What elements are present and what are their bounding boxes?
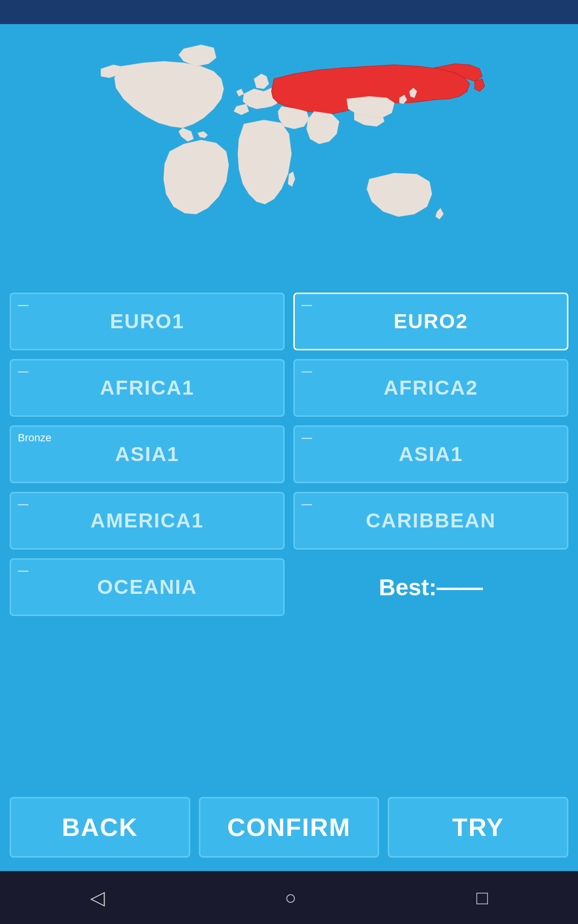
option-africa1-label: AFRICA1 <box>16 376 278 399</box>
option-asia1a-label: ASIA1 <box>16 443 278 466</box>
map-container <box>0 24 578 284</box>
option-africa1-badge: — <box>18 365 28 378</box>
option-euro2-badge: — <box>302 299 312 311</box>
option-asia1b-badge: — <box>302 432 312 444</box>
option-america1-badge: — <box>18 498 28 511</box>
nav-back-icon[interactable]: ◁ <box>90 886 105 909</box>
option-euro2[interactable]: — EURO2 <box>293 293 568 350</box>
nav-bar: ◁ ○ □ <box>0 871 578 924</box>
option-america1-label: AMERICA1 <box>16 509 278 532</box>
option-euro1[interactable]: — EURO1 <box>10 293 285 350</box>
confirm-button[interactable]: CONFIRM <box>199 797 380 858</box>
best-score: Best:—— <box>293 558 568 616</box>
action-row: BACK CONFIRM TRY <box>0 783 578 871</box>
option-euro1-label: EURO1 <box>16 310 278 333</box>
option-caribbean-badge: — <box>302 498 312 511</box>
option-america1[interactable]: — AMERICA1 <box>10 492 285 550</box>
world-map <box>10 34 568 274</box>
option-africa2[interactable]: — AFRICA2 <box>293 359 568 417</box>
best-score-label: Best:—— <box>379 574 483 601</box>
option-euro2-label: EURO2 <box>300 310 562 333</box>
option-asia1b[interactable]: — ASIA1 <box>293 425 568 483</box>
back-button[interactable]: BACK <box>10 797 190 858</box>
try-button[interactable]: TRY <box>388 797 568 858</box>
option-euro1-badge: — <box>18 299 28 311</box>
nav-home-icon[interactable]: ○ <box>285 887 296 909</box>
option-oceania[interactable]: — OCEANIA <box>10 558 285 616</box>
status-bar <box>0 0 578 24</box>
options-grid: — EURO1 — EURO2 — AFRICA1 — AFRICA2 Bron… <box>0 284 578 558</box>
nav-recent-icon[interactable]: □ <box>476 887 488 909</box>
bottom-row: — OCEANIA Best:—— <box>0 558 578 616</box>
option-caribbean-label: CARIBBEAN <box>300 509 562 532</box>
option-africa1[interactable]: — AFRICA1 <box>10 359 285 417</box>
option-asia1a[interactable]: Bronze ASIA1 <box>10 425 285 483</box>
option-africa2-label: AFRICA2 <box>300 376 562 399</box>
option-oceania-badge: — <box>18 565 28 577</box>
option-asia1a-badge: Bronze <box>18 432 52 444</box>
option-asia1b-label: ASIA1 <box>300 443 562 466</box>
option-africa2-badge: — <box>302 365 312 378</box>
option-caribbean[interactable]: — CARIBBEAN <box>293 492 568 550</box>
option-oceania-label: OCEANIA <box>16 576 278 599</box>
